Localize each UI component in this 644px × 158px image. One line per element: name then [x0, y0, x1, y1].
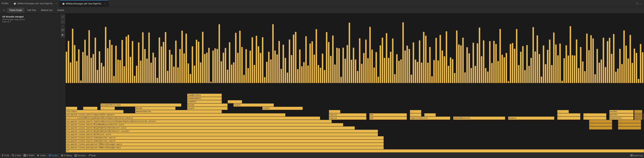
run-item[interactable]: 4 Run [37, 154, 46, 156]
svg-rect-219 [404, 50, 406, 83]
svg-line-464 [88, 156, 89, 156]
svg-rect-193 [351, 60, 352, 83]
svg-text:all: all [66, 150, 70, 152]
close-tab-1[interactable]: ✕ [56, 2, 57, 4]
minimize-icon[interactable]: — [640, 2, 642, 5]
eye-button[interactable]: 👁 [60, 28, 65, 32]
find-item[interactable]: 3 Find [12, 154, 21, 156]
svg-rect-85 [128, 35, 129, 83]
svg-rect-289 [549, 40, 550, 83]
svg-rect-294 [559, 43, 561, 83]
svg-rect-145 [252, 37, 253, 83]
svg-rect-121 [202, 32, 204, 83]
build-item[interactable]: Build [88, 154, 96, 156]
svg-rect-72 [101, 63, 102, 83]
svg-rect-318 [609, 38, 610, 83]
svg-rect-196 [357, 71, 358, 83]
svg-rect-222 [410, 75, 412, 83]
svg-rect-162 [287, 73, 288, 83]
event-log-item[interactable]: Event Log [630, 154, 642, 156]
svg-text:decode: decode [188, 104, 194, 106]
svg-rect-292 [555, 45, 557, 83]
svg-rect-298 [568, 55, 569, 83]
svg-rect-73 [103, 66, 104, 83]
svg-rect-154 [270, 59, 272, 83]
svg-rect-151 [264, 77, 265, 83]
svg-rect-465 [630, 154, 632, 156]
svg-rect-66 [88, 30, 90, 83]
debug-item[interactable]: 5 Debug [61, 154, 72, 156]
svg-rect-80 [117, 59, 119, 83]
profiler-item[interactable]: Profiler [49, 154, 58, 156]
search-button[interactable]: 🔍 [60, 33, 65, 37]
terminal-item[interactable]: Terminal [74, 154, 85, 156]
git-item[interactable]: 9 Git [2, 154, 9, 156]
back-button[interactable] [2, 8, 6, 13]
svg-rect-387 [643, 117, 643, 120]
svg-rect-181 [326, 32, 328, 83]
svg-text:...: ... [410, 111, 414, 113]
zoom-ratio: 1:1 [62, 25, 64, 27]
svg-rect-155 [272, 24, 274, 83]
svg-rect-281 [532, 27, 534, 83]
zoom-out-button[interactable]: − [60, 20, 65, 24]
svg-rect-331 [636, 53, 637, 83]
svg-text:...: ... [425, 114, 428, 116]
svg-text:...: ... [558, 117, 561, 119]
svg-rect-272 [514, 49, 515, 83]
svg-text:advanceShallow: advanceShallow [136, 111, 151, 113]
tab-call-tree[interactable]: Call Tree [25, 8, 38, 13]
zoom-in-button[interactable]: + [60, 15, 65, 19]
svg-rect-108 [175, 41, 176, 83]
svg-rect-112 [184, 53, 185, 83]
svg-rect-248 [464, 72, 466, 83]
flame-area: + − 1:1 👁 🔍 allorg.apache.lucene.querypa… [60, 14, 644, 152]
tab-events[interactable]: Events [55, 8, 66, 13]
git-num: 9 [4, 154, 6, 156]
settings-icon[interactable]: ⚙ [636, 2, 638, 5]
svg-rect-275 [520, 52, 522, 83]
svg-rect-327 [628, 58, 629, 83]
svg-text:...: ... [618, 120, 622, 122]
tab-flame-graph[interactable]: Flame Graph [7, 8, 24, 13]
todo-item[interactable]: 6 TODO [24, 154, 34, 156]
svg-text:...: ... [584, 114, 587, 116]
main-content: All threads merged JFR Periodic Tasks id… [0, 14, 644, 152]
svg-text:refillDocs: refillDocs [66, 111, 77, 113]
title-bar: Profiler: ☕ MSMarcoPassages with 'Java F… [0, 0, 644, 7]
svg-rect-71 [99, 51, 100, 83]
svg-rect-122 [204, 54, 206, 83]
build-label: Build [91, 154, 96, 156]
svg-text:topList: topList [330, 114, 337, 116]
tab-2[interactable]: ☕ MSMarcoPassages with 'Java Flight Re..… [60, 0, 108, 7]
svg-rect-218 [402, 22, 404, 83]
terminal-icon [74, 154, 77, 156]
svg-text:...: ... [635, 111, 638, 113]
svg-rect-180 [324, 70, 325, 83]
svg-rect-105 [169, 50, 170, 83]
java-icon-2: ☕ [62, 2, 65, 5]
svg-text:advanceTail: advanceTail [610, 117, 622, 119]
svg-text:advance: advance [508, 117, 516, 119]
tab-1[interactable]: ☕ MSMarcoPassages with 'Java Flight Re..… [11, 0, 60, 7]
close-tab-2[interactable]: ✕ [104, 3, 106, 5]
svg-rect-135 [231, 65, 232, 83]
svg-rect-60 [76, 61, 78, 83]
git-label: Git [6, 154, 9, 156]
svg-rect-319 [611, 54, 612, 83]
tab-method-list[interactable]: Method List [39, 8, 54, 13]
svg-rect-328 [630, 35, 631, 83]
svg-rect-128 [216, 49, 218, 83]
svg-rect-214 [394, 74, 396, 83]
svg-rect-82 [122, 40, 123, 83]
svg-rect-197 [359, 38, 360, 83]
svg-rect-140 [241, 47, 243, 83]
svg-rect-273 [516, 29, 518, 83]
svg-rect-109 [177, 67, 178, 83]
svg-rect-345 [66, 133, 378, 136]
svg-rect-291 [553, 33, 554, 83]
find-icon [12, 154, 14, 156]
flame-canvas[interactable]: allorg.apache.lucene.queryparser.MSMarco… [66, 14, 644, 152]
svg-rect-146 [254, 65, 255, 83]
java-icon-1: ☕ [14, 2, 16, 5]
